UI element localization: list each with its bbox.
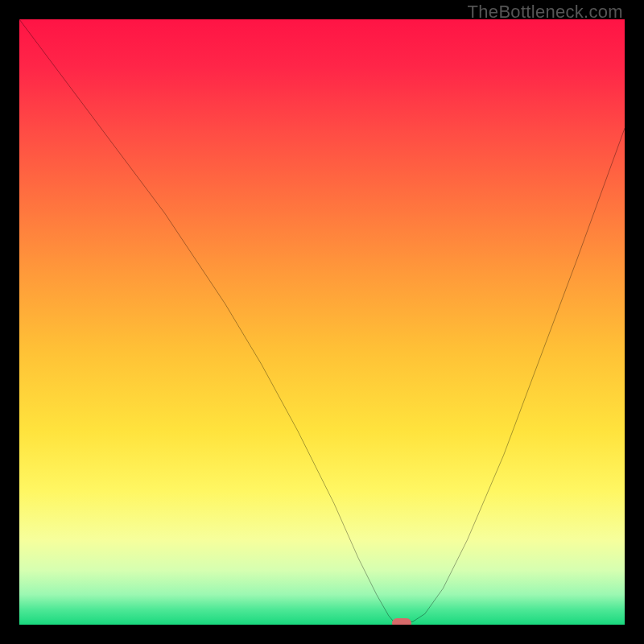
watermark-text: TheBottleneck.com bbox=[468, 2, 623, 23]
plot-area bbox=[19, 19, 625, 625]
optimal-point-marker bbox=[392, 618, 411, 625]
bottleneck-curve bbox=[19, 19, 625, 625]
chart-frame: TheBottleneck.com bbox=[0, 0, 644, 644]
